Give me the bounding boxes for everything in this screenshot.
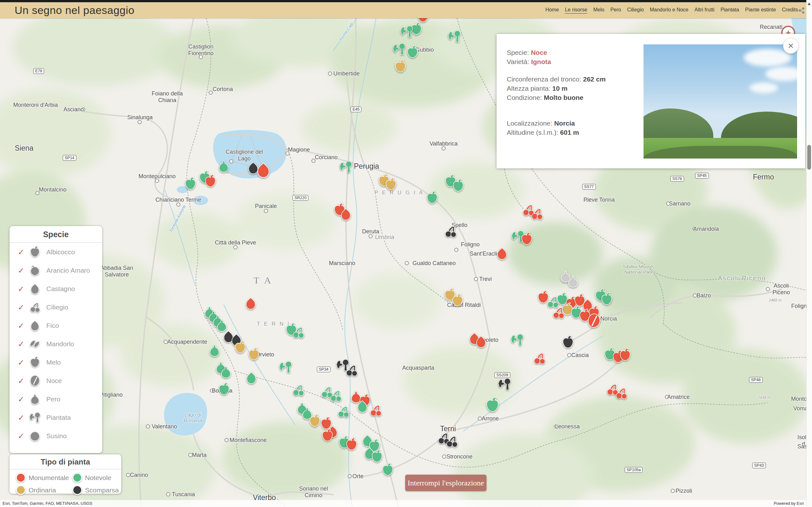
species-filter-albicocco[interactable]: ✓Albicocco (9, 243, 102, 261)
map-marker-fig[interactable] (355, 399, 370, 414)
nav-item-ciliegio[interactable]: Ciliegio (627, 7, 644, 13)
map-marker-apple[interactable] (384, 177, 398, 192)
map-marker-cherry[interactable] (344, 363, 359, 378)
stop-exploration-button[interactable]: Interrompi l'esplorazione (405, 475, 487, 491)
map-marker-cherry[interactable] (291, 325, 306, 340)
town-dot (176, 203, 181, 207)
road-shield: SR220 (293, 195, 308, 201)
map-marker-apple[interactable] (561, 335, 575, 350)
nav-item-home[interactable]: Home (546, 7, 559, 13)
altitudine-label: Altitudine (s.l.m.): (507, 129, 558, 136)
map-marker-piantata[interactable] (278, 360, 293, 375)
piantata-icon (29, 411, 41, 424)
map-marker-leaf[interactable] (586, 313, 602, 329)
town-dot (474, 277, 478, 281)
map-marker-apple[interactable] (618, 348, 632, 362)
town-dot (405, 261, 409, 265)
map-label: Acquasparta (402, 364, 434, 371)
map-marker-apple[interactable] (203, 174, 218, 189)
species-filter-castagno[interactable]: ✓Castagno (9, 280, 102, 298)
map-marker-cherry[interactable] (368, 403, 383, 417)
map-marker-apple[interactable] (425, 190, 440, 205)
map-marker-piantata[interactable] (447, 29, 462, 44)
map-label: Acquapendente (167, 339, 207, 345)
map-marker-pear[interactable] (216, 159, 231, 174)
map-label: Leonessa (555, 423, 580, 430)
map-marker-apple[interactable] (183, 177, 198, 191)
road-shield: SP105a (625, 467, 643, 473)
map-label: Trevi (479, 276, 492, 283)
map-marker-fig[interactable] (244, 371, 259, 385)
map-marker-fig[interactable] (339, 207, 353, 222)
type-color-dot (16, 485, 26, 495)
map-marker-apple[interactable] (599, 292, 614, 306)
map-marker-apple[interactable] (233, 340, 248, 355)
map-marker-cherry[interactable] (532, 351, 547, 365)
map-marker-apple[interactable] (247, 347, 261, 362)
map-label: Pitigliano (99, 392, 122, 398)
plant-type-monumentale: Monumentale (16, 473, 72, 483)
nav-item-mandorlo-e-noce[interactable]: Mandorlo e Noce (650, 7, 689, 13)
road-shield: SS78 (670, 176, 684, 182)
map-marker-piantata[interactable] (339, 160, 353, 174)
nav-item-piantata[interactable]: Piantata (721, 7, 739, 13)
species-filter-piantata[interactable]: ✓Piantata (9, 408, 102, 427)
map-marker-apple[interactable] (451, 178, 465, 193)
map-marker-cherry[interactable] (328, 388, 343, 403)
popup-close-button[interactable]: ✕ (783, 38, 798, 54)
species-filter-pero[interactable]: ✓Pero (9, 390, 102, 408)
town-dot (369, 234, 373, 238)
map-marker-fig[interactable] (243, 296, 258, 311)
nav-item-credits[interactable]: Credits (782, 7, 798, 13)
page-scrollbar[interactable] (806, 0, 812, 507)
nav-item-le-risorse[interactable]: Le risorse (565, 7, 587, 14)
map-marker-piantata[interactable] (510, 333, 524, 347)
map-marker-apple[interactable] (217, 382, 231, 397)
map-marker-cherry[interactable] (443, 224, 458, 239)
map-marker-piantata[interactable] (392, 42, 406, 56)
map-marker-fig[interactable] (254, 161, 272, 179)
species-filter-fico[interactable]: ✓Fico (9, 317, 102, 335)
species-filter-mandorlo[interactable]: ✓Mandorlo (9, 335, 102, 353)
map-marker-apple[interactable] (370, 449, 384, 464)
species-legend-title: Specie (9, 226, 102, 242)
map-marker-piantata[interactable] (497, 377, 512, 392)
scrollbar-up-arrow[interactable] (808, 3, 811, 5)
nav-item-piante-estinte[interactable]: Piante estinte (745, 7, 776, 13)
map-marker-apple[interactable] (344, 437, 359, 452)
nav-item-melo[interactable]: Melo (593, 7, 605, 13)
map-marker-pear[interactable] (566, 274, 580, 289)
scrollbar-thumb[interactable] (807, 145, 811, 170)
map-marker-cherry[interactable] (529, 207, 544, 221)
map-marker-pear[interactable] (219, 365, 233, 380)
map-marker-apple[interactable] (450, 293, 465, 308)
nav-item-altri-frutti[interactable]: Altri frutti (695, 7, 715, 13)
species-filter-ciliegio[interactable]: ✓Ciliegio (9, 298, 102, 317)
feature-popup: Specie: Noce Varietà: Ignota Circonferen… (497, 34, 805, 168)
map-marker-cherry[interactable] (551, 305, 566, 320)
map-marker-apple[interactable] (393, 59, 408, 74)
nav-item-pero[interactable]: Pero (610, 7, 621, 13)
map-label: Canino (130, 472, 148, 478)
map-marker-fig[interactable] (495, 246, 509, 261)
species-filter-noce[interactable]: ✓Noce (9, 372, 102, 390)
map-marker-cherry[interactable] (445, 434, 459, 449)
species-filter-susino[interactable]: ✓Susino (9, 427, 102, 445)
map-marker-cherry[interactable] (614, 386, 628, 400)
map-marker-fig[interactable] (474, 335, 488, 349)
specie-label: Specie: (507, 49, 529, 56)
map-marker-apple[interactable] (380, 463, 395, 477)
map-marker-apple[interactable] (519, 232, 534, 246)
popup-text: Specie: Noce Varietà: Ignota Circonferen… (507, 48, 640, 137)
species-filter-melo[interactable]: ✓Melo (9, 353, 102, 372)
map-marker-pear[interactable] (207, 343, 222, 358)
type-color-dot (16, 473, 26, 483)
map-marker-piantata[interactable] (400, 24, 414, 39)
map-marker-cherry[interactable] (336, 404, 351, 419)
map-marker-apple[interactable] (405, 45, 420, 60)
share-icon[interactable] (798, 7, 805, 14)
species-filter-arancio-amaro[interactable]: ✓Arancio Amaro (9, 261, 102, 280)
map-marker-cherry[interactable] (291, 383, 306, 397)
map-marker-apple[interactable] (484, 397, 501, 414)
map-marker-apple[interactable] (320, 428, 335, 443)
